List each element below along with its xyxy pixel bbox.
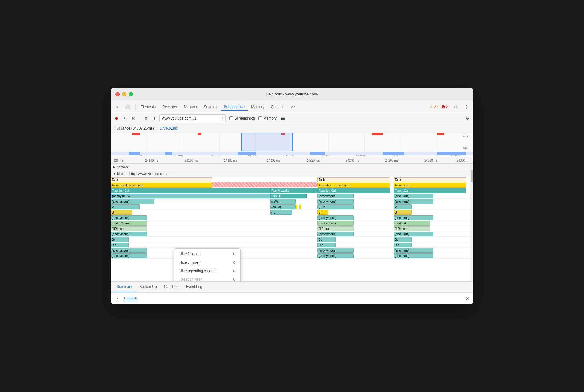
task-block-2[interactable]: Task [317,177,390,182]
maximize-button[interactable] [129,92,133,96]
dotdot-v-block[interactable]: (... V [317,204,354,209]
inspect-icon[interactable]: ⌖ [113,103,122,111]
tab-summary[interactable]: Summary [113,281,136,292]
anonymous-row5-1[interactable]: (anonymous) [111,248,147,253]
anonymous-row4-2[interactable]: (anonymous) [317,232,354,236]
tab-bar: ⌖ ⬜ Elements Recorder Network Sources Pe… [111,101,473,113]
settings-perf-icon[interactable]: ⚙ [464,115,471,122]
fill-block-3[interactable]: fillRange_ [394,226,430,231]
memory-check[interactable] [258,116,262,120]
warning-badge[interactable]: ⚠ 29 [430,105,438,109]
close-button[interactable] [115,92,120,96]
error-badge[interactable]: 🅧 2 [440,105,449,109]
ixa-block-2[interactable]: IXa [317,243,336,247]
tab-sources[interactable]: Sources [201,104,220,110]
anonymous-row4-3[interactable]: (ano...ous) [394,232,433,236]
task-block-1[interactable]: Task [111,177,212,182]
animation-block-2[interactable]: Animation Frame Fired [317,183,390,188]
render-block-1[interactable]: renderChunk_ [111,221,147,226]
vertical-scrollbar[interactable] [470,164,473,281]
url-select[interactable]: www.youtube.com #1 ▾ [159,114,226,122]
anonymous-row3-2[interactable]: (anonymous) [317,215,354,220]
s-block-2[interactable]: S [394,210,412,215]
fill-block-1[interactable]: fillRange_ [111,226,147,231]
task-block-3[interactable]: Task [394,177,466,182]
upload-button[interactable]: ⬆ [142,115,150,122]
more-icon[interactable]: ⋮ [462,103,471,111]
anonymous-row6-2[interactable]: (anonymous) [317,253,354,258]
clear-button[interactable]: ⊘ [130,115,137,122]
device-icon[interactable]: ⬜ [123,103,131,111]
v-block-1[interactable]: V [111,204,140,209]
svg-text:24260 ms: 24260 ms [385,159,398,162]
ixa-block-3[interactable]: IXa [394,243,412,247]
anonymous-row-3: (anonymous) (anonymous) (ano...ous) [111,215,473,220]
download-button[interactable]: ⬇ [151,115,158,122]
hide-repeating-item[interactable]: Hide repeating children R [174,267,240,275]
render-block-3[interactable]: rend...nk_ [394,221,430,226]
flame-chart-area[interactable]: ▶ Network ▼ Main — https://www.youtube.c… [111,164,473,281]
screenshots-checkbox[interactable]: Screenshots [229,116,255,120]
capture-icon[interactable]: 📷 [279,115,286,122]
by-block-3[interactable]: By [394,237,412,242]
hide-function-item[interactable]: Hide function H [174,250,240,258]
anonymous-row3-3[interactable]: (ano...ous) [394,215,433,220]
record-button[interactable]: ⏺ [113,115,120,122]
anonymous-row6-3[interactable]: (ano...ous) [394,253,433,258]
render-block-2[interactable]: renderChunk_ [317,221,354,226]
anonymous-row2-2[interactable]: (anonymous) [317,199,354,204]
tab-memory[interactable]: Memory [248,104,267,110]
hide-children-item[interactable]: Hide children C [174,258,240,267]
selected-range-link[interactable]: 1776.91ms [160,126,178,130]
anonymous-block-2[interactable]: (anonymous) [317,194,354,198]
settings-icon[interactable]: ⚙ [452,103,460,111]
tab-elements[interactable]: Elements [138,104,159,110]
animation-block-3[interactable]: Anim...ired [394,183,466,188]
tab-call-tree[interactable]: Call Tree [161,281,182,292]
anonymous-row4-1[interactable]: (anonymous) [111,232,147,236]
ans-block[interactable]: (an...s) [270,204,296,209]
fill-block-2[interactable]: fillRange_ [317,226,354,231]
anonymous-row2-1[interactable]: (anonymous) [111,199,154,204]
anonymous-row2-3[interactable]: (ano...ous) [394,199,433,204]
console-menu-icon[interactable]: ⋮ [113,294,122,303]
console-tab-label[interactable]: Console [124,296,137,301]
animation-block-1[interactable]: Animation Frame Fired [111,183,212,188]
scrollbar-thumb[interactable] [471,170,473,182]
s-block-1[interactable]: S [111,210,132,215]
screenshots-check[interactable] [229,116,233,120]
main-track-header[interactable]: ▼ Main — https://www.youtube.com/ [111,170,473,177]
dotdot-block[interactable]: (... [270,210,292,215]
anonymous-block-selected[interactable]: (anonymous) [111,194,281,198]
by-block-2[interactable]: By [317,237,336,242]
anonymous-row6-1[interactable]: (anonymous) [111,253,147,258]
tab-more[interactable]: >> [288,104,298,110]
tab-performance[interactable]: Performance [221,103,248,111]
memory-checkbox[interactable]: Memory [258,116,277,120]
console-close-button[interactable]: ✕ [464,295,471,302]
refresh-button[interactable]: ↻ [122,115,129,122]
timeline-overview[interactable]: 200 ms 400 ms 600 ms 800 ms 1000 ms 1200… [111,133,473,157]
range-arrow-icon: › [156,126,157,130]
tab-console[interactable]: Console [268,104,287,110]
anonymous-row5-3[interactable]: (ano...ous) [394,248,433,253]
v-block-2[interactable]: V [394,204,412,209]
minimize-button[interactable] [122,92,126,96]
window-title: DevTools - www.youtube.com/ [266,92,318,96]
s-yellow-block[interactable]: S [317,210,328,215]
fun-ll-block[interactable]: Fun...ll [270,194,307,198]
tab-recorder[interactable]: Recorder [159,104,180,110]
function-block-2[interactable]: Function Call [317,188,390,193]
run-masks-block[interactable]: Run M...asks [270,188,314,193]
tab-bottom-up[interactable]: Bottom-Up [136,281,160,292]
function-block-3[interactable]: Func...Call [394,188,466,193]
by-block-1[interactable]: By [111,237,129,242]
mwa-block[interactable]: mWa [270,199,296,204]
anonymous-row3-1[interactable]: (anonymous) [111,215,147,220]
anonymous-block-3[interactable]: (ano...ous) [394,194,433,198]
anonymous-row5-2[interactable]: (anonymous) [317,248,354,253]
network-track-header[interactable]: ▶ Network [111,164,473,170]
tab-event-log[interactable]: Event Log [182,281,206,292]
ixa-block-1[interactable]: IXa [111,243,129,247]
tab-network[interactable]: Network [181,104,200,110]
